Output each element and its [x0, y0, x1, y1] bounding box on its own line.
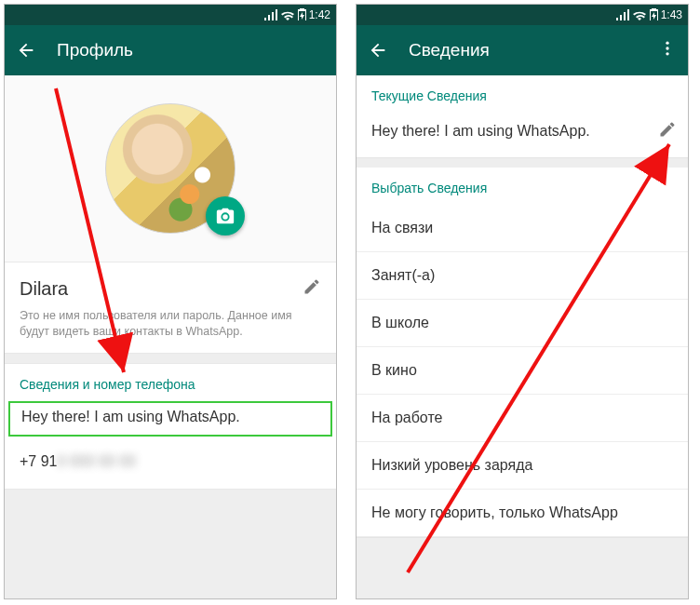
pencil-icon[interactable] [658, 120, 677, 142]
current-status-row[interactable]: Hey there! I am using WhatsApp. [357, 113, 688, 157]
statusbar-time: 1:42 [309, 8, 330, 21]
status-option[interactable]: В кино [357, 347, 688, 395]
phone-prefix: +7 91 [20, 453, 57, 469]
phone-right: 1:43 Сведения Текущие Сведения Hey there… [356, 4, 689, 599]
name-helper: Это не имя пользователя или пароль. Данн… [5, 308, 336, 353]
profile-name: Dilara [20, 278, 68, 300]
name-row[interactable]: Dilara [5, 262, 336, 308]
signal-icon [616, 9, 629, 20]
status-section-label: Сведения и номер телефона [5, 364, 336, 401]
status-option[interactable]: Занят(-а) [357, 252, 688, 300]
avatar-section [5, 75, 336, 262]
phone-hidden: 0 000 00 00 [57, 453, 136, 469]
status-option[interactable]: Низкий уровень заряда [357, 442, 688, 490]
overflow-menu-icon[interactable] [658, 39, 677, 61]
wifi-icon [280, 9, 295, 20]
wifi-icon [632, 9, 647, 20]
appbar: Профиль [5, 25, 336, 75]
statusbar: 1:43 [357, 5, 688, 25]
status-text[interactable]: Hey there! I am using WhatsApp. [8, 401, 332, 437]
name-card: Dilara Это не имя пользователя или парол… [5, 262, 336, 354]
svg-point-3 [666, 52, 668, 55]
profile-content: Dilara Это не имя пользователя или парол… [5, 75, 336, 490]
appbar-title: Сведения [409, 40, 490, 60]
camera-fab[interactable] [206, 196, 245, 235]
status-option[interactable]: В школе [357, 300, 688, 347]
battery-icon [650, 8, 658, 21]
battery-icon [298, 8, 306, 21]
current-status-block: Текущие Сведения Hey there! I am using W… [357, 75, 688, 158]
appbar: Сведения [357, 25, 688, 75]
pencil-icon[interactable] [303, 277, 321, 301]
signal-icon [264, 9, 277, 20]
phone-left: 1:42 Профиль Dilara Это не имя пользоват… [4, 4, 337, 599]
status-card: Сведения и номер телефона Hey there! I a… [5, 363, 336, 490]
about-content: Текущие Сведения Hey there! I am using W… [357, 75, 688, 538]
status-options-list: На связиЗанят(-а)В школеВ киноНа работеН… [357, 205, 688, 537]
svg-point-1 [666, 42, 668, 45]
phone-number: +7 910 000 00 00 [5, 442, 336, 489]
status-option[interactable]: На связи [357, 205, 688, 252]
current-status-label: Текущие Сведения [357, 75, 688, 113]
choose-status-label: Выбрать Сведения [357, 168, 688, 205]
current-status-text: Hey there! I am using WhatsApp. [371, 123, 590, 140]
svg-point-2 [666, 47, 668, 49]
appbar-title: Профиль [57, 40, 133, 60]
statusbar-time: 1:43 [661, 8, 682, 21]
camera-icon [215, 206, 236, 226]
status-option[interactable]: Не могу говорить, только WhatsApp [357, 490, 688, 537]
back-icon[interactable] [16, 40, 36, 60]
status-option[interactable]: На работе [357, 395, 688, 442]
statusbar: 1:42 [5, 5, 336, 25]
choose-status-block: Выбрать Сведения На связиЗанят(-а)В школ… [357, 168, 688, 538]
back-icon[interactable] [368, 40, 388, 60]
